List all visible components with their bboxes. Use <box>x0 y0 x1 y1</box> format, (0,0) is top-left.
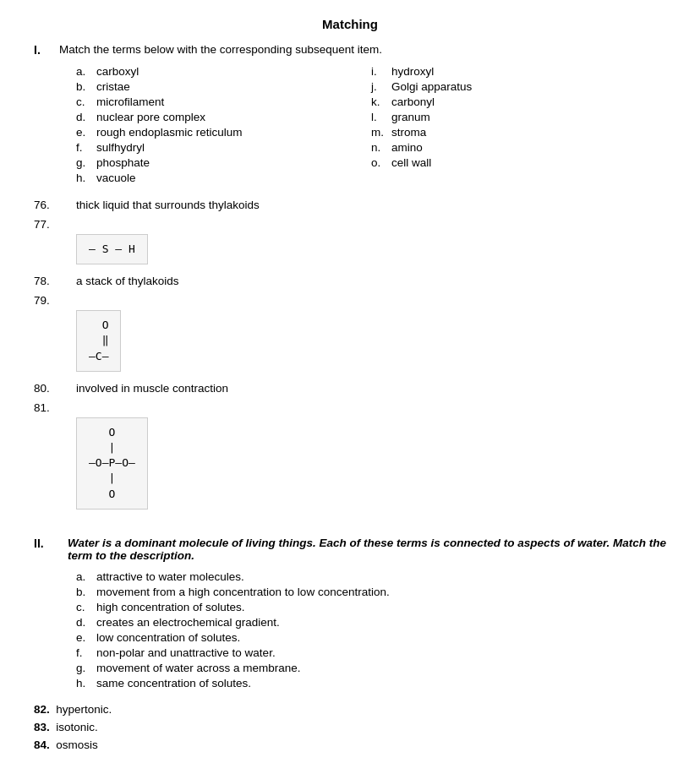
term-letter: k. <box>371 95 388 108</box>
term-text: amino <box>391 141 423 154</box>
answer-text: hypertonic. <box>56 703 112 716</box>
list-text: low concentration of solutes. <box>96 631 240 644</box>
term-right-item: n.amino <box>371 141 666 154</box>
diagram-81: O |—O—P—O— | O <box>76 417 148 510</box>
question-row: 77. <box>34 218 666 231</box>
term-text: rough endoplasmic reticulum <box>96 126 243 139</box>
question-num: 76. <box>34 199 76 211</box>
term-left-item: g.phosphate <box>76 156 371 169</box>
term-letter: a. <box>76 65 93 78</box>
term-text: hydroxyl <box>391 65 434 78</box>
section-ii-list-item: e.low concentration of solutes. <box>76 631 666 644</box>
list-letter: h. <box>76 677 93 689</box>
terms-column-right: i.hydroxylj.Golgi apparatusk.carbonyll.g… <box>371 65 666 187</box>
term-left-item: d.nuclear pore complex <box>76 111 371 123</box>
term-left-item: h.vacuole <box>76 172 371 184</box>
list-letter: a. <box>76 570 93 583</box>
list-letter: b. <box>76 586 93 598</box>
list-letter: e. <box>76 631 93 644</box>
term-text: nuclear pore complex <box>96 111 205 123</box>
term-letter: o. <box>371 156 388 169</box>
question-row: 79. <box>34 294 666 307</box>
answer-row: 83. isotonic. <box>34 721 666 733</box>
question-num: 79. <box>34 294 76 307</box>
list-text: movement from a high concentration to lo… <box>96 586 390 598</box>
term-letter: e. <box>76 126 93 139</box>
term-letter: g. <box>76 156 93 169</box>
term-text: stroma <box>391 126 426 139</box>
section-i-instruction: Match the terms below with the correspon… <box>59 43 382 56</box>
term-text: carboxyl <box>96 65 139 78</box>
term-left-item: f.sulfhydryl <box>76 141 371 154</box>
section-ii-list-item: c.high concentration of solutes. <box>76 601 666 613</box>
term-left-item: b.cristae <box>76 80 371 93</box>
section-ii-list-item: b.movement from a high concentration to … <box>76 586 666 598</box>
term-letter: f. <box>76 141 93 154</box>
term-right-item: k.carbonyl <box>371 95 666 108</box>
list-text: non-polar and unattractive to water. <box>96 646 276 659</box>
list-letter: g. <box>76 662 93 674</box>
diagram-77: — S — H <box>76 234 148 264</box>
term-text: cell wall <box>391 156 431 169</box>
term-text: granum <box>391 111 430 123</box>
question-num: 77. <box>34 218 76 231</box>
term-left-item: e.rough endoplasmic reticulum <box>76 126 371 139</box>
list-letter: c. <box>76 601 93 613</box>
list-text: creates an electrochemical gradient. <box>96 616 280 629</box>
term-text: cristae <box>96 80 130 93</box>
term-text: Golgi apparatus <box>391 80 472 93</box>
term-text: carbonyl <box>391 95 435 108</box>
answer-num: 82. <box>34 703 50 716</box>
question-row: 76.thick liquid that surrounds thylakoid… <box>34 199 666 211</box>
section-ii-list-item: d.creates an electrochemical gradient. <box>76 616 666 629</box>
list-text: same concentration of solutes. <box>96 677 251 689</box>
answer-row: 82. hypertonic. <box>34 703 666 716</box>
answer-row: 84. osmosis <box>34 738 666 751</box>
list-letter: f. <box>76 646 93 659</box>
term-right-item: o.cell wall <box>371 156 666 169</box>
question-num: 80. <box>34 382 76 395</box>
answer-num: 84. <box>34 738 50 751</box>
term-left-item: a.carboxyl <box>76 65 371 78</box>
section-ii-instruction: Water is a dominant molecule of living t… <box>68 537 666 562</box>
section-i-num: I. <box>34 43 59 57</box>
question-row: 80.involved in muscle contraction <box>34 382 666 395</box>
diagram-79: O ‖—C— <box>76 310 121 372</box>
term-letter: l. <box>371 111 388 123</box>
term-right-item: i.hydroxyl <box>371 65 666 78</box>
term-letter: j. <box>371 80 388 93</box>
term-left-item: c.microfilament <box>76 95 371 108</box>
list-letter: d. <box>76 616 93 629</box>
question-text: thick liquid that surrounds thylakoids <box>76 199 260 211</box>
term-text: vacuole <box>96 172 136 184</box>
question-row: 81. <box>34 401 666 414</box>
term-right-item: l.granum <box>371 111 666 123</box>
question-text: a stack of thylakoids <box>76 275 179 287</box>
question-num: 78. <box>34 275 76 287</box>
term-letter: n. <box>371 141 388 154</box>
section-ii-list-item: h.same concentration of solutes. <box>76 677 666 689</box>
question-text: involved in muscle contraction <box>76 382 228 395</box>
page-title: Matching <box>34 17 666 31</box>
term-letter: c. <box>76 95 93 108</box>
term-letter: b. <box>76 80 93 93</box>
term-letter: i. <box>371 65 388 78</box>
term-letter: h. <box>76 172 93 184</box>
question-num: 81. <box>34 401 76 414</box>
term-text: sulfhydryl <box>96 141 145 154</box>
term-letter: m. <box>371 126 388 139</box>
list-text: high concentration of solutes. <box>96 601 245 613</box>
term-text: phosphate <box>96 156 150 169</box>
answer-num: 83. <box>34 721 50 733</box>
term-right-item: m.stroma <box>371 126 666 139</box>
question-row: 78.a stack of thylakoids <box>34 275 666 287</box>
term-text: microfilament <box>96 95 164 108</box>
term-right-item: j.Golgi apparatus <box>371 80 666 93</box>
section-ii-num: II. <box>34 537 68 550</box>
list-text: attractive to water molecules. <box>96 570 244 583</box>
section-ii-list-item: a.attractive to water molecules. <box>76 570 666 583</box>
section-ii-list-item: g.movement of water across a membrane. <box>76 662 666 674</box>
section-ii-list-item: f.non-polar and unattractive to water. <box>76 646 666 659</box>
term-letter: d. <box>76 111 93 123</box>
terms-column-left: a.carboxylb.cristaec.microfilamentd.nucl… <box>76 65 371 187</box>
